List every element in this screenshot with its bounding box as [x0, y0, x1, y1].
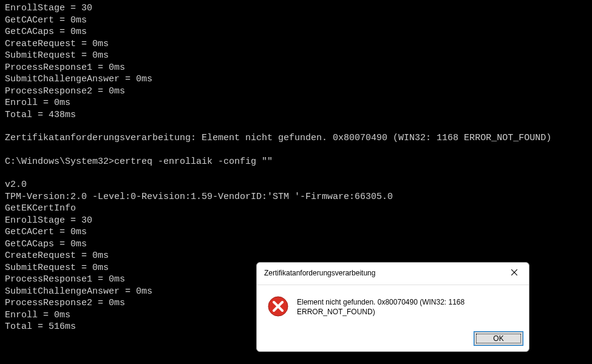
terminal-line: C:\Windows\System32>certreq -enrollaik -… — [5, 156, 587, 168]
terminal-line: GetEKCertInfo — [5, 203, 587, 215]
error-icon — [268, 296, 288, 320]
terminal-line — [5, 167, 587, 179]
terminal-line: CreateRequest = 0ms — [5, 38, 587, 50]
terminal-line: SubmitRequest = 0ms — [5, 50, 587, 62]
terminal-line: GetCACaps = 0ms — [5, 26, 587, 38]
terminal-line: Total = 438ms — [5, 109, 587, 121]
terminal-line: SubmitChallengeAnswer = 0ms — [5, 73, 587, 86]
terminal-line: GetCACert = 0ms — [5, 226, 587, 238]
terminal-line: GetCACert = 0ms — [5, 15, 587, 27]
terminal-line: ProcessResponse1 = 0ms — [5, 62, 587, 74]
terminal-line: ProcessResponse2 = 0ms — [5, 86, 587, 98]
terminal-line: CreateRequest = 0ms — [5, 250, 587, 262]
dialog-footer: OK — [257, 328, 529, 351]
terminal-line: Enroll = 0ms — [5, 97, 587, 109]
terminal-line — [5, 121, 587, 132]
close-button[interactable] — [506, 268, 523, 280]
terminal-line: TPM-Version:2.0 -Level:0-Revision:1.59-V… — [5, 191, 587, 203]
terminal-line: EnrollStage = 30 — [5, 215, 587, 227]
close-icon — [511, 269, 517, 278]
dialog-titlebar: Zertifikatanforderungsverarbeitung — [257, 263, 529, 285]
error-dialog: Zertifikatanforderungsverarbeitung Eleme… — [256, 262, 529, 352]
terminal-line — [5, 144, 587, 156]
dialog-title: Zertifikatanforderungsverarbeitung — [264, 269, 375, 278]
terminal-line: EnrollStage = 30 — [5, 2, 587, 15]
ok-button[interactable]: OK — [474, 332, 523, 345]
terminal-line: v2.0 — [5, 179, 587, 191]
terminal-line: Zertifikatanforderungsverarbeitung: Elem… — [5, 132, 587, 144]
terminal-line: GetCACaps = 0ms — [5, 238, 587, 251]
dialog-body: Element nicht gefunden. 0x80070490 (WIN3… — [257, 285, 529, 328]
dialog-message: Element nicht gefunden. 0x80070490 (WIN3… — [297, 296, 520, 317]
